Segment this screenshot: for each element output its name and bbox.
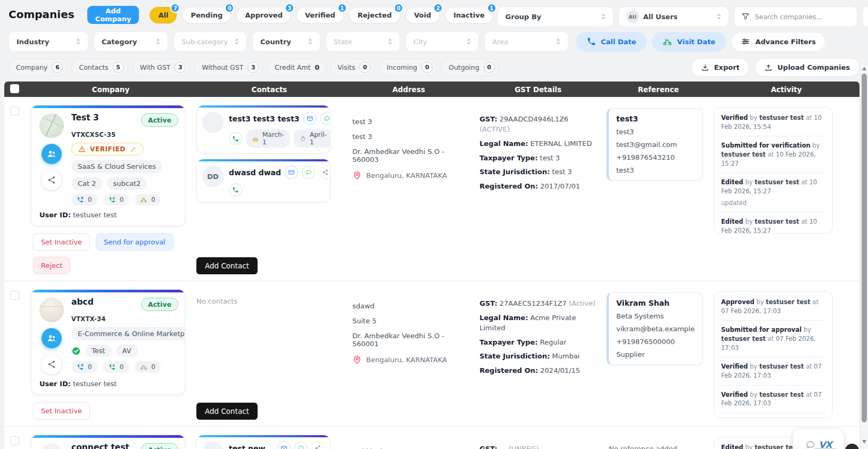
row-checkbox[interactable] [10,291,19,300]
activity-action: Edited [721,178,743,186]
set-inactive-button[interactable]: Set Inactive [33,402,90,420]
stats-bar: Company6Contacts5With GST3Without GST3Cr… [0,54,868,81]
chat-contact-button[interactable] [294,442,308,449]
visits-count: 0 [135,194,161,206]
filter-select-label: Category [102,38,137,46]
address-line: test 3 [352,118,467,126]
incoming-calls-count: 0 [103,361,129,373]
select-all-checkbox[interactable] [10,84,19,93]
cake-icon [252,135,259,142]
call-contact-button[interactable] [229,132,242,145]
outgoing-calls-count: 0 [71,361,97,373]
stat-chip-without-gst[interactable]: Without GST3 [194,59,263,76]
stat-chip-company[interactable]: Company6 [9,59,67,76]
count-value: 0 [88,196,92,203]
status-tab-inactive[interactable]: Inactive1 [445,7,493,23]
company-avatar [39,113,64,138]
share-company-button[interactable] [42,354,62,374]
add-contact-button[interactable]: Add Contact [196,403,258,420]
add-contact-button[interactable]: Add Contact [196,257,258,274]
filter-select-city[interactable]: City [406,31,479,52]
email-contact-button[interactable] [303,112,317,125]
company-card-left: CT [38,443,65,449]
page-title: Companies [9,5,75,23]
company-card-main: Test 3ActiveVTXCXSC-35VERIFIEDSaaS & Clo… [65,113,178,206]
chat-contact-button[interactable] [302,166,315,179]
upload-companies-button[interactable]: Upload Companies [755,58,859,77]
chat-widget[interactable]: VX [793,429,844,449]
address-cell: 3rd blockaddressdtBhind H.O - 477001Bhin… [345,435,473,449]
gst-field: State Jurisdiction: test 3 [480,167,597,177]
filter-select-state[interactable]: State [326,31,400,52]
stat-chip-visits[interactable]: Visits0 [330,59,375,76]
pencil-icon[interactable] [130,146,137,153]
scrollbar-thumb[interactable] [862,74,867,422]
column-header-activity: Activity [713,85,859,94]
set-inactive-button[interactable]: Set Inactive [33,233,90,251]
visit-date-button[interactable]: Visit Date [652,32,726,52]
send-for-approval-button[interactable]: Send for approval [96,233,173,251]
share-contact-button[interactable] [311,442,325,449]
row-checkbox[interactable] [10,107,19,116]
all-users-select[interactable]: AU All Users [618,6,729,27]
company-cell: CTconnect test pvt ltd.ActiveCREATESaaS … [28,435,194,449]
counter-row: 000 [71,361,178,373]
advance-filters-button[interactable]: Advance Filters [731,32,825,52]
row-checkbox[interactable] [10,436,19,445]
status-tab-rejected[interactable]: Rejected0 [349,7,400,23]
filter-funnel-icon[interactable] [741,12,750,21]
email-contact-button[interactable] [285,166,298,179]
call-date-button[interactable]: Call Date [576,32,647,52]
filter-select-country[interactable]: Country [252,31,320,52]
visit-date-label: Visit Date [677,38,715,46]
company-search-input[interactable] [755,13,850,21]
contact-avatar [202,112,224,133]
status-tab-void[interactable]: Void2 [406,7,440,23]
activity-entry: Edited by testuser test at 10 Feb 2026, … [721,173,825,213]
stat-chip-incoming[interactable]: Incoming0 [379,59,437,76]
filter-select-category[interactable]: Category [94,31,168,52]
activity-user: testuser test [759,114,804,121]
sliders-icon [741,37,750,46]
ring-icon [299,135,307,142]
status-tab-approved[interactable]: Approved3 [236,7,291,23]
activity-by-word: by [745,444,753,449]
reject-button[interactable]: Reject [33,257,70,274]
vertical-scrollbar[interactable] [860,64,868,449]
stat-chip-count: 0 [359,62,370,73]
filter-select-area[interactable]: Area [484,31,568,52]
upload-companies-label: Upload Companies [778,63,850,71]
share-icon [322,169,329,176]
share-contact-button[interactable] [319,166,330,179]
gst-field-value: Mumbai [552,352,580,360]
share-company-button[interactable] [42,170,62,190]
group-by-select[interactable]: Group By [498,6,614,27]
stat-chip-outgoing[interactable]: Outgoing0 [441,59,499,76]
status-tab-all[interactable]: All7 [150,7,177,23]
export-button[interactable]: Export [691,58,749,77]
visits-count: 0 [135,361,161,373]
assigned-users-button[interactable] [42,328,62,348]
assigned-users-button[interactable] [42,144,62,164]
gst-field-value: test 3 [552,168,572,176]
call-contact-button[interactable] [229,183,242,197]
filter-select-industry[interactable]: Industry [9,31,88,52]
email-contact-button[interactable] [277,442,291,449]
add-company-button[interactable]: Add Company [87,6,139,24]
gst-field-label: GST: [480,299,497,307]
stat-chip-contacts[interactable]: Contacts5 [71,59,128,76]
share-icon [315,445,321,449]
scroll-up-arrow-icon[interactable] [862,67,866,70]
stat-chip-credit-amt[interactable]: Credit Amt0 [267,59,326,76]
scroll-down-arrow-icon[interactable] [862,440,866,444]
chat-contact-button[interactable] [320,112,330,125]
status-tab-pending[interactable]: Pending0 [182,7,231,23]
category-tag: Cat 2 [71,177,103,190]
user-id-line: User ID: testuser test [31,377,185,394]
status-tab-verified[interactable]: Verified1 [296,7,344,23]
stat-chip-with-gst[interactable]: With GST3 [133,59,191,76]
activity-entry: Verified by testuser test at 07 Feb 2026… [721,357,825,385]
company-verified-badge[interactable]: VERIFIED [71,143,144,156]
filter-select-sub-category[interactable]: Sub-category [173,31,247,52]
status-tab-count-badge: 2 [433,3,443,13]
